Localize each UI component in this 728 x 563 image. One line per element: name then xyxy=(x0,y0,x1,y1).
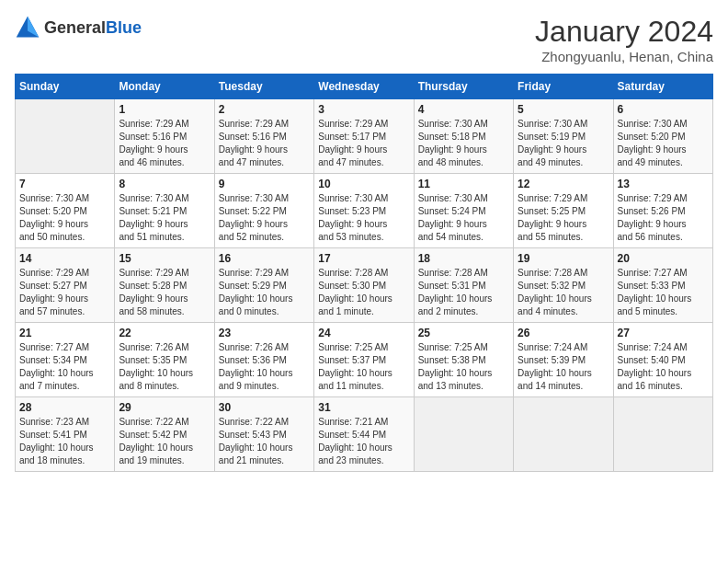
calendar-cell: 29Sunrise: 7:22 AM Sunset: 5:42 PM Dayli… xyxy=(115,397,214,472)
calendar-cell: 24Sunrise: 7:25 AM Sunset: 5:37 PM Dayli… xyxy=(314,323,414,397)
day-info: Sunrise: 7:22 AM Sunset: 5:42 PM Dayligh… xyxy=(119,416,210,467)
day-number: 27 xyxy=(618,327,709,339)
calendar-cell: 8Sunrise: 7:30 AM Sunset: 5:21 PM Daylig… xyxy=(115,174,214,248)
calendar-cell: 10Sunrise: 7:30 AM Sunset: 5:23 PM Dayli… xyxy=(314,174,414,248)
day-info: Sunrise: 7:23 AM Sunset: 5:41 PM Dayligh… xyxy=(19,416,110,467)
calendar-cell: 6Sunrise: 7:30 AM Sunset: 5:20 PM Daylig… xyxy=(613,99,712,174)
logo-text-blue: Blue xyxy=(106,18,142,37)
day-info: Sunrise: 7:29 AM Sunset: 5:25 PM Dayligh… xyxy=(518,192,609,244)
day-number: 31 xyxy=(318,401,409,414)
day-info: Sunrise: 7:24 AM Sunset: 5:40 PM Dayligh… xyxy=(618,341,709,393)
day-number: 16 xyxy=(219,252,310,265)
calendar-cell: 19Sunrise: 7:28 AM Sunset: 5:32 PM Dayli… xyxy=(514,248,613,323)
day-number: 28 xyxy=(19,401,110,414)
calendar-cell: 7Sunrise: 7:30 AM Sunset: 5:20 PM Daylig… xyxy=(16,174,115,248)
location-subtitle: Zhongyuanlu, Henan, China xyxy=(535,49,713,64)
logo-text-general: General xyxy=(44,18,106,37)
weekday-header-tuesday: Tuesday xyxy=(214,75,313,99)
day-number: 6 xyxy=(618,103,709,116)
day-info: Sunrise: 7:25 AM Sunset: 5:37 PM Dayligh… xyxy=(318,341,409,393)
day-info: Sunrise: 7:30 AM Sunset: 5:20 PM Dayligh… xyxy=(19,192,110,244)
calendar-cell: 15Sunrise: 7:29 AM Sunset: 5:28 PM Dayli… xyxy=(115,248,214,323)
month-title: January 2024 xyxy=(535,15,713,49)
calendar-cell xyxy=(514,397,613,472)
day-number: 21 xyxy=(19,327,110,339)
calendar-cell: 4Sunrise: 7:30 AM Sunset: 5:18 PM Daylig… xyxy=(414,99,513,174)
weekday-header-monday: Monday xyxy=(115,75,214,99)
day-number: 1 xyxy=(119,103,210,116)
calendar-cell: 20Sunrise: 7:27 AM Sunset: 5:33 PM Dayli… xyxy=(613,248,712,323)
weekday-header-sunday: Sunday xyxy=(16,75,115,99)
calendar-cell: 14Sunrise: 7:29 AM Sunset: 5:27 PM Dayli… xyxy=(16,248,115,323)
calendar-cell: 22Sunrise: 7:26 AM Sunset: 5:35 PM Dayli… xyxy=(115,323,214,397)
day-number: 11 xyxy=(418,178,509,190)
day-number: 22 xyxy=(119,327,210,339)
day-info: Sunrise: 7:29 AM Sunset: 5:17 PM Dayligh… xyxy=(318,118,409,169)
day-number: 4 xyxy=(418,103,509,116)
calendar-cell: 30Sunrise: 7:22 AM Sunset: 5:43 PM Dayli… xyxy=(214,397,313,472)
calendar-cell: 5Sunrise: 7:30 AM Sunset: 5:19 PM Daylig… xyxy=(514,99,613,174)
day-info: Sunrise: 7:29 AM Sunset: 5:26 PM Dayligh… xyxy=(618,192,709,244)
day-info: Sunrise: 7:21 AM Sunset: 5:44 PM Dayligh… xyxy=(318,416,409,467)
day-number: 13 xyxy=(618,178,709,190)
logo: GeneralBlue xyxy=(15,15,142,40)
day-number: 5 xyxy=(518,103,609,116)
weekday-header-saturday: Saturday xyxy=(613,75,712,99)
day-number: 2 xyxy=(219,103,310,116)
calendar-table: SundayMondayTuesdayWednesdayThursdayFrid… xyxy=(15,74,713,472)
day-info: Sunrise: 7:30 AM Sunset: 5:23 PM Dayligh… xyxy=(318,192,409,244)
day-number: 30 xyxy=(219,401,310,414)
day-number: 12 xyxy=(518,178,609,190)
day-info: Sunrise: 7:30 AM Sunset: 5:20 PM Dayligh… xyxy=(618,118,709,169)
day-number: 24 xyxy=(318,327,409,339)
day-number: 15 xyxy=(119,252,210,265)
page-header: GeneralBlue January 2024 Zhongyuanlu, He… xyxy=(15,15,713,64)
day-info: Sunrise: 7:27 AM Sunset: 5:33 PM Dayligh… xyxy=(618,267,709,318)
day-number: 8 xyxy=(119,178,210,190)
day-info: Sunrise: 7:28 AM Sunset: 5:30 PM Dayligh… xyxy=(318,267,409,318)
day-info: Sunrise: 7:30 AM Sunset: 5:24 PM Dayligh… xyxy=(418,192,509,244)
day-info: Sunrise: 7:24 AM Sunset: 5:39 PM Dayligh… xyxy=(518,341,609,393)
weekday-header-wednesday: Wednesday xyxy=(314,75,414,99)
calendar-cell: 1Sunrise: 7:29 AM Sunset: 5:16 PM Daylig… xyxy=(115,99,214,174)
day-info: Sunrise: 7:30 AM Sunset: 5:18 PM Dayligh… xyxy=(418,118,509,169)
day-number: 14 xyxy=(19,252,110,265)
calendar-cell: 9Sunrise: 7:30 AM Sunset: 5:22 PM Daylig… xyxy=(214,174,313,248)
day-number: 29 xyxy=(119,401,210,414)
calendar-cell: 13Sunrise: 7:29 AM Sunset: 5:26 PM Dayli… xyxy=(613,174,712,248)
day-info: Sunrise: 7:29 AM Sunset: 5:16 PM Dayligh… xyxy=(219,118,310,169)
title-block: January 2024 Zhongyuanlu, Henan, China xyxy=(535,15,713,64)
calendar-cell: 21Sunrise: 7:27 AM Sunset: 5:34 PM Dayli… xyxy=(16,323,115,397)
day-info: Sunrise: 7:30 AM Sunset: 5:22 PM Dayligh… xyxy=(219,192,310,244)
day-number: 18 xyxy=(418,252,509,265)
calendar-cell xyxy=(16,99,115,174)
calendar-cell: 3Sunrise: 7:29 AM Sunset: 5:17 PM Daylig… xyxy=(314,99,414,174)
day-number: 23 xyxy=(219,327,310,339)
day-info: Sunrise: 7:29 AM Sunset: 5:27 PM Dayligh… xyxy=(19,267,110,318)
day-number: 9 xyxy=(219,178,310,190)
day-info: Sunrise: 7:29 AM Sunset: 5:28 PM Dayligh… xyxy=(119,267,210,318)
day-number: 7 xyxy=(19,178,110,190)
day-info: Sunrise: 7:26 AM Sunset: 5:35 PM Dayligh… xyxy=(119,341,210,393)
calendar-cell: 16Sunrise: 7:29 AM Sunset: 5:29 PM Dayli… xyxy=(214,248,313,323)
calendar-cell: 17Sunrise: 7:28 AM Sunset: 5:30 PM Dayli… xyxy=(314,248,414,323)
day-number: 3 xyxy=(318,103,409,116)
day-info: Sunrise: 7:28 AM Sunset: 5:31 PM Dayligh… xyxy=(418,267,509,318)
calendar-cell: 26Sunrise: 7:24 AM Sunset: 5:39 PM Dayli… xyxy=(514,323,613,397)
day-number: 19 xyxy=(518,252,609,265)
day-number: 25 xyxy=(418,327,509,339)
calendar-cell: 27Sunrise: 7:24 AM Sunset: 5:40 PM Dayli… xyxy=(613,323,712,397)
day-info: Sunrise: 7:29 AM Sunset: 5:29 PM Dayligh… xyxy=(219,267,310,318)
day-info: Sunrise: 7:26 AM Sunset: 5:36 PM Dayligh… xyxy=(219,341,310,393)
day-info: Sunrise: 7:25 AM Sunset: 5:38 PM Dayligh… xyxy=(418,341,509,393)
day-number: 20 xyxy=(618,252,709,265)
calendar-cell xyxy=(414,397,513,472)
day-info: Sunrise: 7:29 AM Sunset: 5:16 PM Dayligh… xyxy=(119,118,210,169)
day-info: Sunrise: 7:27 AM Sunset: 5:34 PM Dayligh… xyxy=(19,341,110,393)
calendar-cell: 23Sunrise: 7:26 AM Sunset: 5:36 PM Dayli… xyxy=(214,323,313,397)
day-info: Sunrise: 7:30 AM Sunset: 5:19 PM Dayligh… xyxy=(518,118,609,169)
calendar-cell xyxy=(613,397,712,472)
day-info: Sunrise: 7:30 AM Sunset: 5:21 PM Dayligh… xyxy=(119,192,210,244)
weekday-header-thursday: Thursday xyxy=(414,75,513,99)
calendar-cell: 25Sunrise: 7:25 AM Sunset: 5:38 PM Dayli… xyxy=(414,323,513,397)
